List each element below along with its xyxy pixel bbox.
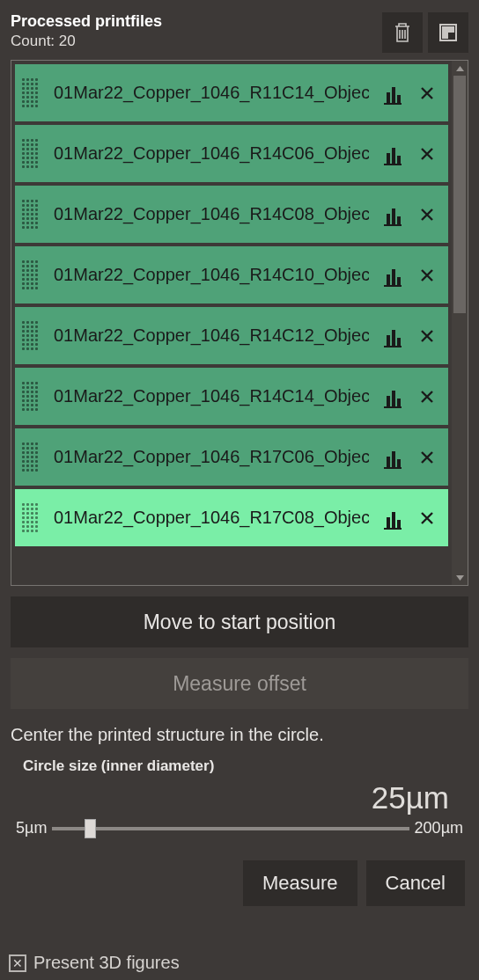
svg-rect-7 [387, 153, 390, 164]
item-label: 01Mar22_Copper_1046_R17C08_Objec [54, 508, 369, 528]
drag-handle-icon [22, 442, 41, 472]
remove-item-button[interactable] [416, 325, 438, 347]
remove-item-button[interactable] [416, 508, 438, 529]
list-item[interactable]: 01Mar22_Copper_1046_R14C12_Objec [15, 307, 448, 364]
chart-icon[interactable] [381, 385, 404, 408]
svg-rect-2 [449, 27, 453, 32]
file-list: 01Mar22_Copper_1046_R11C14_Objec01Mar22_… [11, 60, 468, 586]
list-item[interactable]: 01Mar22_Copper_1046_R14C08_Objec [15, 186, 448, 243]
remove-item-button[interactable] [416, 83, 438, 104]
slider-min-label: 5µm [16, 819, 47, 837]
chart-icon[interactable] [381, 203, 404, 226]
list-item[interactable]: 01Mar22_Copper_1046_R11C14_Objec [15, 64, 448, 121]
chart-icon[interactable] [381, 325, 404, 347]
drag-handle-icon [22, 78, 41, 108]
trash-icon [393, 21, 412, 44]
scroll-track[interactable] [452, 76, 468, 570]
svg-rect-6 [397, 95, 401, 103]
instruction-text: Center the printed structure in the circ… [11, 725, 468, 745]
measure-button[interactable]: Measure [243, 860, 357, 906]
svg-rect-15 [397, 277, 401, 285]
footer: ✕ Present 3D figures [9, 953, 180, 973]
svg-rect-25 [387, 517, 390, 528]
remove-item-button[interactable] [416, 204, 438, 225]
cancel-button[interactable]: Cancel [366, 860, 465, 906]
svg-rect-1 [443, 27, 447, 32]
item-label: 01Mar22_Copper_1046_R11C14_Objec [54, 83, 369, 103]
chart-icon[interactable] [381, 507, 404, 530]
chart-icon[interactable] [381, 143, 404, 165]
drag-handle-icon [22, 260, 41, 290]
drag-handle-icon [22, 200, 41, 230]
svg-rect-24 [397, 459, 401, 467]
grid-view-button[interactable] [428, 12, 468, 53]
count-label: Count: 20 [11, 33, 162, 50]
item-label: 01Mar22_Copper_1046_R17C06_Objec [54, 447, 369, 467]
drag-handle-icon [22, 321, 41, 351]
item-label: 01Mar22_Copper_1046_R14C08_Objec [54, 204, 369, 224]
svg-rect-12 [397, 216, 401, 224]
circle-size-slider[interactable] [52, 827, 409, 830]
svg-rect-13 [387, 274, 390, 285]
svg-rect-16 [387, 335, 390, 346]
present-3d-checkbox[interactable]: ✕ [9, 954, 26, 972]
svg-rect-4 [387, 92, 390, 103]
svg-rect-10 [387, 214, 390, 224]
remove-item-button[interactable] [416, 386, 438, 407]
remove-item-button[interactable] [416, 143, 438, 165]
scrollbar[interactable] [452, 61, 468, 585]
svg-rect-22 [387, 457, 390, 467]
item-label: 01Mar22_Copper_1046_R14C12_Objec [54, 325, 369, 346]
svg-rect-26 [392, 512, 395, 528]
drag-handle-icon [22, 139, 41, 169]
scroll-thumb[interactable] [453, 76, 466, 313]
list-item[interactable]: 01Mar22_Copper_1046_R17C08_Objec [15, 489, 448, 546]
measure-offset-button[interactable]: Measure offset [11, 658, 468, 709]
drag-handle-icon [22, 382, 41, 412]
present-3d-label: Present 3D figures [33, 953, 180, 973]
item-label: 01Mar22_Copper_1046_R14C06_Objec [54, 143, 369, 164]
svg-rect-23 [392, 451, 395, 467]
remove-item-button[interactable] [416, 265, 438, 286]
svg-rect-27 [397, 520, 401, 528]
svg-rect-5 [392, 87, 395, 103]
svg-rect-3 [443, 33, 447, 38]
delete-button[interactable] [382, 12, 423, 53]
svg-rect-21 [397, 399, 401, 406]
header: Processed printfiles Count: 20 [11, 12, 468, 53]
scroll-up-button[interactable] [452, 61, 468, 76]
panel-title: Processed printfiles [11, 12, 162, 31]
grid-icon [438, 23, 458, 42]
svg-rect-18 [397, 338, 401, 346]
move-to-start-button[interactable]: Move to start position [11, 596, 468, 647]
remove-item-button[interactable] [416, 447, 438, 468]
list-item[interactable]: 01Mar22_Copper_1046_R14C14_Objec [15, 368, 448, 425]
item-label: 01Mar22_Copper_1046_R14C14_Objec [54, 386, 369, 406]
drag-handle-icon [22, 503, 41, 533]
list-item[interactable]: 01Mar22_Copper_1046_R14C06_Objec [15, 125, 448, 182]
scroll-down-button[interactable] [452, 570, 468, 585]
item-label: 01Mar22_Copper_1046_R14C10_Objec [54, 265, 369, 285]
circle-size-value: 25µm [11, 780, 449, 815]
slider-thumb[interactable] [85, 819, 96, 838]
svg-rect-14 [392, 269, 395, 285]
list-item[interactable]: 01Mar22_Copper_1046_R17C06_Objec [15, 428, 448, 486]
svg-rect-11 [392, 208, 395, 224]
svg-rect-8 [392, 148, 395, 164]
slider-max-label: 200µm [415, 819, 463, 837]
chart-icon[interactable] [381, 264, 404, 287]
svg-rect-9 [397, 156, 401, 164]
chart-icon[interactable] [381, 446, 404, 469]
chart-icon[interactable] [381, 82, 404, 105]
circle-size-label: Circle size (inner diameter) [23, 757, 468, 775]
svg-rect-19 [387, 396, 390, 406]
list-item[interactable]: 01Mar22_Copper_1046_R14C10_Objec [15, 246, 448, 304]
svg-rect-17 [392, 330, 395, 346]
svg-rect-20 [392, 391, 395, 406]
